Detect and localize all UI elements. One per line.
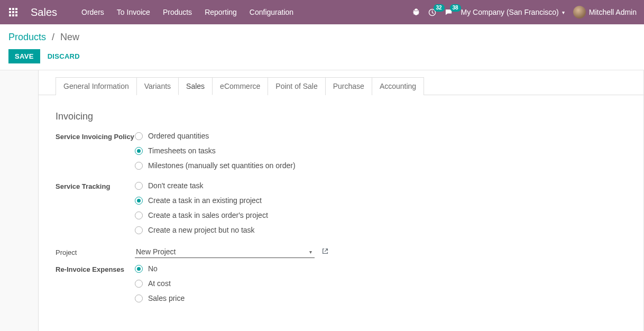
tab-sales[interactable]: Sales [178,77,213,95]
notebook-tabs: General Information Variants Sales eComm… [39,70,643,95]
discard-button[interactable]: Discard [48,52,80,60]
messaging-icon[interactable]: 38 [445,8,453,16]
main-menu: Orders To Invoice Products Reporting Con… [81,8,293,16]
svg-rect-6 [9,14,11,16]
tab-sales-panel: Invoicing Service Invoicing Policy Order… [39,95,643,330]
svg-rect-3 [9,11,11,13]
tab-purchase[interactable]: Purchase [325,77,372,95]
radio-new-project-no-task[interactable]: Create a new project but no task [135,226,627,234]
svg-rect-2 [15,8,17,10]
project-input[interactable] [135,246,315,258]
svg-rect-8 [15,14,17,16]
label-project: Project [56,247,135,256]
bug-icon[interactable] [412,8,420,16]
radio-group-service-tracking: Don't create task Create a task in an ex… [135,181,627,234]
breadcrumb-root[interactable]: Products [8,32,46,42]
label-service-tracking: Service Tracking [56,181,135,190]
radio-group-invoicing-policy: Ordered quantities Timesheets on tasks M… [135,132,627,170]
top-navbar: Sales Orders To Invoice Products Reporti… [0,0,644,24]
radio-ordered-quantities[interactable]: Ordered quantities [135,132,627,140]
tab-ecommerce[interactable]: eCommerce [212,77,268,95]
apps-icon[interactable] [7,6,19,18]
radio-group-reinvoice: No At cost Sales price [135,264,627,302]
menu-configuration[interactable]: Configuration [250,8,293,16]
save-button[interactable]: Save [8,49,40,63]
activity-icon[interactable]: 32 [428,8,436,16]
radio-no-task[interactable]: Don't create task [135,181,627,190]
svg-rect-1 [12,8,14,10]
svg-rect-5 [15,11,17,13]
radio-milestones[interactable]: Milestones (manually set quantities on o… [135,161,627,170]
tab-general-information[interactable]: General Information [56,77,137,95]
menu-products[interactable]: Products [163,8,192,16]
label-reinvoice-expenses: Re-Invoice Expenses [56,264,135,273]
radio-task-so-project[interactable]: Create a task in sales order's project [135,211,627,219]
breadcrumb-current: New [60,32,79,42]
tab-variants[interactable]: Variants [136,77,179,95]
tab-accounting[interactable]: Accounting [372,77,424,95]
activity-count: 32 [434,4,445,12]
svg-rect-4 [12,11,14,13]
company-switcher[interactable]: My Company (San Francisco) ▾ [461,8,565,16]
breadcrumb-separator: / [52,32,54,42]
form-sheet: General Information Variants Sales eComm… [38,70,644,331]
company-name: My Company (San Francisco) [461,8,559,16]
radio-task-existing-project[interactable]: Create a task in an existing project [135,196,627,205]
breadcrumb: Products / New [8,32,636,43]
message-count: 38 [450,4,461,12]
menu-reporting[interactable]: Reporting [205,8,237,16]
label-service-invoicing-policy: Service Invoicing Policy [56,132,135,141]
svg-rect-7 [12,14,14,16]
brand-title[interactable]: Sales [31,6,57,19]
avatar [573,6,586,19]
chevron-down-icon: ▾ [562,10,565,15]
control-panel: Products / New Save Discard [0,24,644,70]
user-name: Mitchell Admin [589,8,637,16]
user-menu[interactable]: Mitchell Admin [573,6,637,19]
radio-reinvoice-sales-price[interactable]: Sales price [135,294,627,302]
radio-reinvoice-at-cost[interactable]: At cost [135,279,627,288]
svg-rect-0 [9,8,11,10]
section-title-invoicing: Invoicing [56,111,627,122]
external-link-icon[interactable] [321,247,329,256]
radio-timesheets-on-tasks[interactable]: Timesheets on tasks [135,146,627,155]
systray: 32 38 My Company (San Francisco) ▾ Mitch… [412,6,637,19]
tab-point-of-sale[interactable]: Point of Sale [268,77,325,95]
radio-reinvoice-no[interactable]: No [135,264,627,273]
menu-orders[interactable]: Orders [81,8,104,16]
menu-to-invoice[interactable]: To Invoice [117,8,150,16]
